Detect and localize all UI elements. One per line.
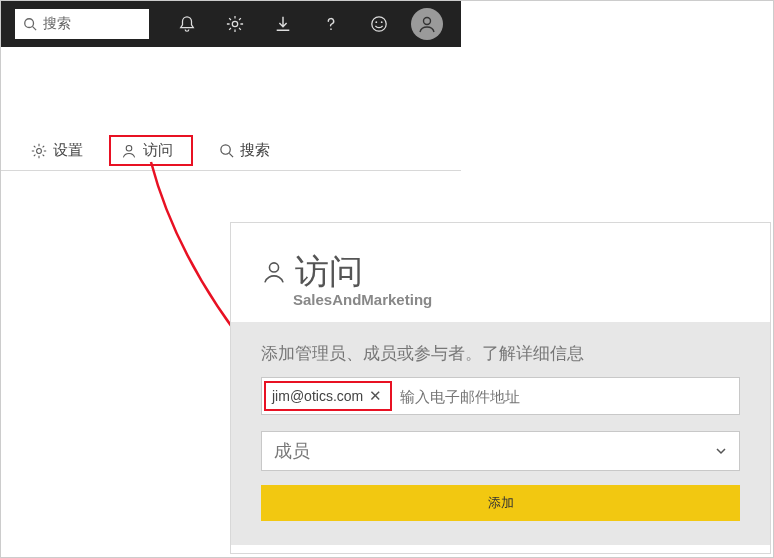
gear-icon	[226, 15, 244, 33]
bell-icon	[178, 15, 196, 33]
access-menu-item[interactable]: 访问	[109, 135, 193, 166]
svg-point-4	[375, 21, 377, 23]
secondary-toolbar: 设置 访问 搜索	[1, 131, 461, 171]
settings-label: 设置	[53, 141, 83, 160]
chip-text: jim@otics.com	[272, 388, 363, 404]
account-button[interactable]	[403, 1, 451, 47]
svg-line-1	[33, 27, 37, 31]
chevron-down-icon	[715, 445, 727, 457]
svg-point-5	[381, 21, 383, 23]
svg-point-8	[126, 145, 132, 151]
person-icon	[417, 14, 437, 34]
feedback-button[interactable]	[355, 1, 403, 47]
notifications-button[interactable]	[163, 1, 211, 47]
help-button[interactable]	[307, 1, 355, 47]
email-input[interactable]	[394, 378, 739, 414]
svg-point-11	[269, 263, 278, 272]
search-label: 搜索	[240, 141, 270, 160]
role-value: 成员	[274, 439, 310, 463]
chip-remove-icon[interactable]: ✕	[367, 387, 384, 405]
svg-line-10	[229, 153, 233, 157]
smiley-icon	[370, 15, 388, 33]
add-people-label: 添加管理员、成员或参与者。了解详细信息	[261, 342, 740, 365]
add-button[interactable]: 添加	[261, 485, 740, 521]
access-label: 访问	[143, 141, 173, 160]
panel-subtitle: SalesAndMarketing	[293, 291, 740, 308]
svg-point-6	[424, 18, 431, 25]
panel-body: 添加管理员、成员或参与者。了解详细信息 jim@otics.com ✕ 成员 添…	[231, 322, 770, 545]
access-panel: 访问 SalesAndMarketing 添加管理员、成员或参与者。了解详细信息…	[230, 222, 771, 554]
download-icon	[274, 15, 292, 33]
svg-point-0	[25, 19, 34, 28]
add-button-label: 添加	[488, 494, 514, 512]
search-placeholder-text: 搜索	[43, 15, 71, 33]
search-menu-item[interactable]: 搜索	[207, 135, 282, 166]
search-icon	[23, 17, 37, 31]
person-icon	[261, 259, 287, 285]
settings-menu-item[interactable]: 设置	[19, 135, 95, 166]
gear-icon	[31, 143, 47, 159]
panel-header: 访问 SalesAndMarketing	[231, 223, 770, 322]
role-select[interactable]: 成员	[261, 431, 740, 471]
svg-point-3	[372, 17, 386, 31]
download-button[interactable]	[259, 1, 307, 47]
global-search-input[interactable]: 搜索	[15, 9, 149, 39]
svg-point-9	[221, 145, 230, 154]
svg-point-2	[232, 21, 237, 26]
search-icon	[219, 143, 234, 158]
panel-title: 访问	[295, 249, 363, 295]
top-app-bar: 搜索	[1, 1, 461, 47]
svg-point-7	[37, 148, 42, 153]
avatar	[411, 8, 443, 40]
person-icon	[121, 143, 137, 159]
email-entry-row[interactable]: jim@otics.com ✕	[261, 377, 740, 415]
help-icon	[322, 15, 340, 33]
settings-button[interactable]	[211, 1, 259, 47]
email-chip[interactable]: jim@otics.com ✕	[264, 381, 392, 411]
